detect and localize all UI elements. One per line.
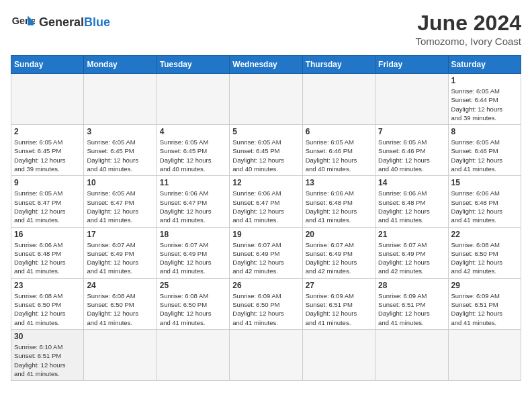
day-info: Sunrise: 6:09 AM Sunset: 6:51 PM Dayligh… (451, 291, 518, 327)
day-number: 24 (87, 281, 153, 290)
calendar-cell: 20Sunrise: 6:07 AM Sunset: 6:49 PM Dayli… (302, 227, 375, 278)
day-info: Sunrise: 6:06 AM Sunset: 6:48 PM Dayligh… (14, 240, 81, 276)
day-info: Sunrise: 6:07 AM Sunset: 6:49 PM Dayligh… (160, 240, 226, 276)
title-area: June 2024 Tomozomo, Ivory Coast (415, 11, 521, 47)
calendar-week-5: 23Sunrise: 6:08 AM Sunset: 6:50 PM Dayli… (11, 278, 521, 329)
calendar-cell (157, 74, 229, 125)
calendar-week-1: 1Sunrise: 6:05 AM Sunset: 6:44 PM Daylig… (11, 74, 521, 125)
day-number: 19 (232, 230, 299, 239)
page-header: General GeneralBlue June 2024 Tomozomo, … (11, 11, 521, 47)
calendar-cell (11, 74, 84, 125)
calendar-cell (84, 329, 157, 380)
day-number: 25 (160, 281, 226, 290)
days-header-row: SundayMondayTuesdayWednesdayThursdayFrid… (11, 56, 521, 74)
calendar-table: SundayMondayTuesdayWednesdayThursdayFrid… (11, 55, 521, 381)
calendar-cell (84, 74, 157, 125)
calendar-cell (375, 74, 448, 125)
day-number: 9 (14, 178, 81, 187)
calendar-cell (375, 329, 448, 380)
calendar-cell: 15Sunrise: 6:06 AM Sunset: 6:48 PM Dayli… (448, 176, 521, 227)
day-info: Sunrise: 6:06 AM Sunset: 6:48 PM Dayligh… (451, 189, 518, 224)
calendar-cell: 29Sunrise: 6:09 AM Sunset: 6:51 PM Dayli… (448, 278, 521, 329)
calendar-week-2: 2Sunrise: 6:05 AM Sunset: 6:45 PM Daylig… (11, 125, 521, 176)
day-info: Sunrise: 6:05 AM Sunset: 6:46 PM Dayligh… (451, 138, 518, 173)
day-info: Sunrise: 6:05 AM Sunset: 6:46 PM Dayligh… (306, 138, 372, 173)
calendar-cell: 12Sunrise: 6:06 AM Sunset: 6:47 PM Dayli… (230, 176, 302, 227)
day-info: Sunrise: 6:09 AM Sunset: 6:50 PM Dayligh… (232, 291, 299, 327)
day-info: Sunrise: 6:08 AM Sunset: 6:50 PM Dayligh… (14, 291, 81, 327)
day-number: 6 (306, 127, 372, 136)
day-number: 12 (232, 178, 299, 187)
day-info: Sunrise: 6:07 AM Sunset: 6:49 PM Dayligh… (87, 240, 153, 276)
calendar-cell: 9Sunrise: 6:05 AM Sunset: 6:47 PM Daylig… (11, 176, 84, 227)
day-number: 8 (451, 127, 518, 136)
calendar-cell: 13Sunrise: 6:06 AM Sunset: 6:48 PM Dayli… (302, 176, 375, 227)
calendar-cell: 27Sunrise: 6:09 AM Sunset: 6:51 PM Dayli… (302, 278, 375, 329)
calendar-cell: 8Sunrise: 6:05 AM Sunset: 6:46 PM Daylig… (448, 125, 521, 176)
logo: General GeneralBlue (11, 11, 110, 35)
calendar-cell (302, 329, 375, 380)
day-number: 5 (232, 127, 299, 136)
day-number: 30 (14, 332, 81, 341)
day-info: Sunrise: 6:06 AM Sunset: 6:48 PM Dayligh… (306, 189, 372, 224)
day-number: 1 (451, 76, 518, 85)
calendar-cell (230, 329, 302, 380)
day-header-tuesday: Tuesday (157, 56, 229, 74)
day-info: Sunrise: 6:07 AM Sunset: 6:49 PM Dayligh… (232, 240, 299, 276)
day-header-wednesday: Wednesday (230, 56, 302, 74)
day-header-monday: Monday (84, 56, 157, 74)
day-header-saturday: Saturday (448, 56, 521, 74)
day-info: Sunrise: 6:09 AM Sunset: 6:51 PM Dayligh… (378, 291, 445, 327)
calendar-cell: 21Sunrise: 6:07 AM Sunset: 6:49 PM Dayli… (375, 227, 448, 278)
day-number: 10 (87, 178, 153, 187)
day-info: Sunrise: 6:05 AM Sunset: 6:44 PM Dayligh… (451, 87, 518, 122)
day-number: 29 (451, 281, 518, 290)
calendar-cell: 19Sunrise: 6:07 AM Sunset: 6:49 PM Dayli… (230, 227, 302, 278)
calendar-body: 1Sunrise: 6:05 AM Sunset: 6:44 PM Daylig… (11, 74, 521, 381)
day-info: Sunrise: 6:08 AM Sunset: 6:50 PM Dayligh… (451, 240, 518, 276)
calendar-week-6: 30Sunrise: 6:10 AM Sunset: 6:51 PM Dayli… (11, 329, 521, 380)
day-info: Sunrise: 6:05 AM Sunset: 6:45 PM Dayligh… (87, 138, 153, 173)
calendar-cell: 25Sunrise: 6:08 AM Sunset: 6:50 PM Dayli… (157, 278, 229, 329)
day-info: Sunrise: 6:06 AM Sunset: 6:48 PM Dayligh… (378, 189, 445, 224)
calendar-cell: 11Sunrise: 6:06 AM Sunset: 6:47 PM Dayli… (157, 176, 229, 227)
day-info: Sunrise: 6:08 AM Sunset: 6:50 PM Dayligh… (87, 291, 153, 327)
day-info: Sunrise: 6:06 AM Sunset: 6:47 PM Dayligh… (160, 189, 226, 224)
logo-icon: General (11, 11, 35, 35)
day-number: 16 (14, 230, 81, 239)
calendar-cell (448, 329, 521, 380)
calendar-cell: 24Sunrise: 6:08 AM Sunset: 6:50 PM Dayli… (84, 278, 157, 329)
day-header-friday: Friday (375, 56, 448, 74)
calendar-cell: 14Sunrise: 6:06 AM Sunset: 6:48 PM Dayli… (375, 176, 448, 227)
day-info: Sunrise: 6:09 AM Sunset: 6:51 PM Dayligh… (306, 291, 372, 327)
calendar-cell: 18Sunrise: 6:07 AM Sunset: 6:49 PM Dayli… (157, 227, 229, 278)
calendar-cell: 26Sunrise: 6:09 AM Sunset: 6:50 PM Dayli… (230, 278, 302, 329)
day-number: 11 (160, 178, 226, 187)
day-number: 13 (306, 178, 372, 187)
day-number: 2 (14, 127, 81, 136)
calendar-cell: 17Sunrise: 6:07 AM Sunset: 6:49 PM Dayli… (84, 227, 157, 278)
day-info: Sunrise: 6:05 AM Sunset: 6:45 PM Dayligh… (232, 138, 299, 173)
location-subtitle: Tomozomo, Ivory Coast (415, 36, 521, 47)
calendar-cell (230, 74, 302, 125)
day-header-sunday: Sunday (11, 56, 84, 74)
calendar-week-3: 9Sunrise: 6:05 AM Sunset: 6:47 PM Daylig… (11, 176, 521, 227)
day-info: Sunrise: 6:10 AM Sunset: 6:51 PM Dayligh… (14, 342, 81, 378)
calendar-cell: 10Sunrise: 6:05 AM Sunset: 6:47 PM Dayli… (84, 176, 157, 227)
calendar-cell: 6Sunrise: 6:05 AM Sunset: 6:46 PM Daylig… (302, 125, 375, 176)
calendar-cell: 7Sunrise: 6:05 AM Sunset: 6:46 PM Daylig… (375, 125, 448, 176)
day-number: 4 (160, 127, 226, 136)
day-number: 17 (87, 230, 153, 239)
calendar-cell: 28Sunrise: 6:09 AM Sunset: 6:51 PM Dayli… (375, 278, 448, 329)
day-info: Sunrise: 6:05 AM Sunset: 6:47 PM Dayligh… (14, 189, 81, 224)
calendar-cell: 22Sunrise: 6:08 AM Sunset: 6:50 PM Dayli… (448, 227, 521, 278)
day-number: 28 (378, 281, 445, 290)
day-number: 23 (14, 281, 81, 290)
calendar-header: SundayMondayTuesdayWednesdayThursdayFrid… (11, 56, 521, 74)
day-number: 22 (451, 230, 518, 239)
day-number: 15 (451, 178, 518, 187)
calendar-cell: 4Sunrise: 6:05 AM Sunset: 6:45 PM Daylig… (157, 125, 229, 176)
day-number: 18 (160, 230, 226, 239)
day-info: Sunrise: 6:05 AM Sunset: 6:45 PM Dayligh… (160, 138, 226, 173)
day-number: 20 (306, 230, 372, 239)
